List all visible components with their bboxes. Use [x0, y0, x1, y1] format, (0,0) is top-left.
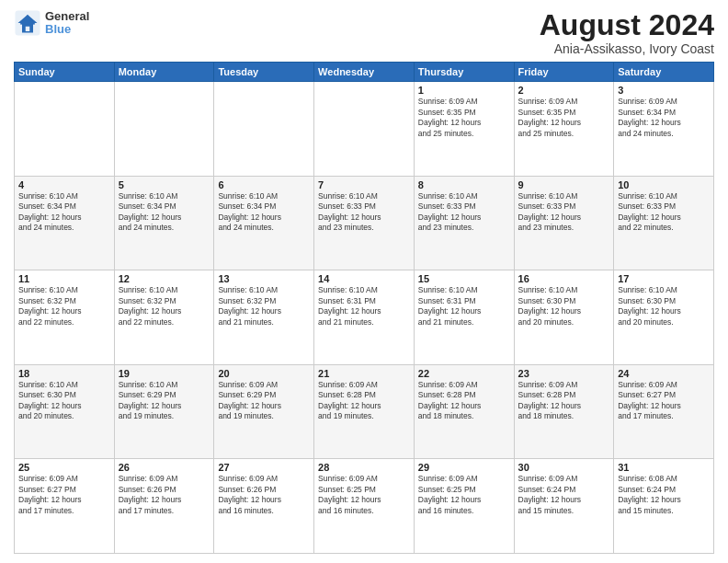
- col-wednesday: Wednesday: [314, 63, 415, 82]
- calendar-cell: 20Sunrise: 6:09 AM Sunset: 6:29 PM Dayli…: [214, 364, 314, 459]
- day-info: Sunrise: 6:09 AM Sunset: 6:27 PM Dayligh…: [18, 474, 110, 516]
- day-info: Sunrise: 6:09 AM Sunset: 6:26 PM Dayligh…: [119, 474, 210, 516]
- calendar-cell: 8Sunrise: 6:10 AM Sunset: 6:33 PM Daylig…: [414, 176, 514, 270]
- day-info: Sunrise: 6:10 AM Sunset: 6:34 PM Dayligh…: [218, 191, 310, 234]
- calendar-cell: 13Sunrise: 6:10 AM Sunset: 6:32 PM Dayli…: [214, 270, 314, 365]
- col-saturday: Saturday: [614, 63, 714, 82]
- calendar-header-row: Sunday Monday Tuesday Wednesday Thursday…: [15, 63, 714, 82]
- day-number: 5: [119, 179, 210, 190]
- calendar-cell: 22Sunrise: 6:09 AM Sunset: 6:28 PM Dayli…: [414, 364, 514, 459]
- calendar-cell: 17Sunrise: 6:10 AM Sunset: 6:30 PM Dayli…: [614, 270, 714, 365]
- calendar-cell: 18Sunrise: 6:10 AM Sunset: 6:30 PM Dayli…: [15, 364, 115, 459]
- day-number: 7: [318, 179, 410, 190]
- day-info: Sunrise: 6:09 AM Sunset: 6:24 PM Dayligh…: [518, 474, 610, 516]
- calendar-table: Sunday Monday Tuesday Wednesday Thursday…: [14, 62, 714, 554]
- day-number: 25: [18, 462, 110, 473]
- calendar-cell: 10Sunrise: 6:10 AM Sunset: 6:33 PM Dayli…: [614, 176, 714, 270]
- day-info: Sunrise: 6:10 AM Sunset: 6:30 PM Dayligh…: [618, 285, 710, 327]
- day-number: 26: [119, 462, 210, 473]
- calendar-week-1: 4Sunrise: 6:10 AM Sunset: 6:34 PM Daylig…: [15, 176, 714, 270]
- calendar-cell: 14Sunrise: 6:10 AM Sunset: 6:31 PM Dayli…: [314, 270, 415, 365]
- title-block: August 2024 Ania-Assikasso, Ivory Coast: [540, 9, 714, 56]
- logo-line2: Blue: [45, 23, 89, 36]
- day-number: 8: [418, 179, 510, 190]
- logo-icon: [14, 9, 41, 37]
- day-info: Sunrise: 6:09 AM Sunset: 6:28 PM Dayligh…: [418, 380, 510, 422]
- day-info: Sunrise: 6:10 AM Sunset: 6:34 PM Dayligh…: [18, 191, 110, 234]
- day-info: Sunrise: 6:09 AM Sunset: 6:34 PM Dayligh…: [618, 97, 710, 139]
- day-number: 1: [418, 85, 510, 96]
- calendar-cell: 26Sunrise: 6:09 AM Sunset: 6:26 PM Dayli…: [114, 459, 214, 554]
- day-number: 9: [518, 179, 610, 190]
- day-number: 11: [18, 273, 110, 284]
- calendar-cell: 11Sunrise: 6:10 AM Sunset: 6:32 PM Dayli…: [15, 270, 115, 365]
- calendar-cell: 31Sunrise: 6:08 AM Sunset: 6:24 PM Dayli…: [614, 459, 714, 554]
- day-info: Sunrise: 6:10 AM Sunset: 6:31 PM Dayligh…: [318, 285, 410, 327]
- col-friday: Friday: [514, 63, 614, 82]
- day-number: 28: [318, 462, 410, 473]
- day-info: Sunrise: 6:09 AM Sunset: 6:26 PM Dayligh…: [218, 474, 310, 516]
- calendar-cell: 7Sunrise: 6:10 AM Sunset: 6:33 PM Daylig…: [314, 176, 415, 270]
- day-info: Sunrise: 6:09 AM Sunset: 6:25 PM Dayligh…: [318, 474, 410, 516]
- header: General Blue August 2024 Ania-Assikasso,…: [14, 9, 714, 56]
- day-info: Sunrise: 6:09 AM Sunset: 6:35 PM Dayligh…: [418, 97, 510, 139]
- calendar-cell: 2Sunrise: 6:09 AM Sunset: 6:35 PM Daylig…: [514, 82, 614, 177]
- day-number: 20: [218, 368, 310, 379]
- day-number: 4: [18, 179, 110, 190]
- calendar-cell: 6Sunrise: 6:10 AM Sunset: 6:34 PM Daylig…: [214, 176, 314, 270]
- page: General Blue August 2024 Ania-Assikasso,…: [0, 0, 728, 563]
- calendar-cell: 12Sunrise: 6:10 AM Sunset: 6:32 PM Dayli…: [114, 270, 214, 365]
- calendar-cell: [15, 82, 115, 177]
- day-info: Sunrise: 6:09 AM Sunset: 6:29 PM Dayligh…: [218, 380, 310, 422]
- day-info: Sunrise: 6:10 AM Sunset: 6:32 PM Dayligh…: [218, 285, 310, 327]
- calendar-cell: 15Sunrise: 6:10 AM Sunset: 6:31 PM Dayli…: [414, 270, 514, 365]
- calendar-week-0: 1Sunrise: 6:09 AM Sunset: 6:35 PM Daylig…: [15, 82, 714, 177]
- calendar-cell: [314, 82, 415, 177]
- day-number: 30: [518, 462, 610, 473]
- day-number: 2: [518, 85, 610, 96]
- calendar-cell: 4Sunrise: 6:10 AM Sunset: 6:34 PM Daylig…: [15, 176, 115, 270]
- day-number: 31: [618, 462, 710, 473]
- day-number: 21: [318, 368, 410, 379]
- day-info: Sunrise: 6:10 AM Sunset: 6:32 PM Dayligh…: [18, 285, 110, 327]
- calendar-title: August 2024: [540, 9, 714, 41]
- calendar-week-4: 25Sunrise: 6:09 AM Sunset: 6:27 PM Dayli…: [15, 459, 714, 554]
- day-info: Sunrise: 6:10 AM Sunset: 6:30 PM Dayligh…: [18, 380, 110, 422]
- day-info: Sunrise: 6:10 AM Sunset: 6:33 PM Dayligh…: [318, 191, 410, 234]
- logo-text: General Blue: [45, 10, 89, 37]
- calendar-cell: 24Sunrise: 6:09 AM Sunset: 6:27 PM Dayli…: [614, 364, 714, 459]
- day-number: 23: [518, 368, 610, 379]
- day-info: Sunrise: 6:08 AM Sunset: 6:24 PM Dayligh…: [618, 474, 710, 516]
- calendar-cell: 25Sunrise: 6:09 AM Sunset: 6:27 PM Dayli…: [15, 459, 115, 554]
- col-sunday: Sunday: [15, 63, 115, 82]
- calendar-cell: 21Sunrise: 6:09 AM Sunset: 6:28 PM Dayli…: [314, 364, 415, 459]
- col-monday: Monday: [114, 63, 214, 82]
- col-thursday: Thursday: [414, 63, 514, 82]
- calendar-cell: 23Sunrise: 6:09 AM Sunset: 6:28 PM Dayli…: [514, 364, 614, 459]
- day-number: 22: [418, 368, 510, 379]
- calendar-week-2: 11Sunrise: 6:10 AM Sunset: 6:32 PM Dayli…: [15, 270, 714, 365]
- day-number: 17: [618, 273, 710, 284]
- calendar-cell: 1Sunrise: 6:09 AM Sunset: 6:35 PM Daylig…: [414, 82, 514, 177]
- day-info: Sunrise: 6:09 AM Sunset: 6:35 PM Dayligh…: [518, 97, 610, 139]
- day-number: 19: [119, 368, 210, 379]
- calendar-cell: 19Sunrise: 6:10 AM Sunset: 6:29 PM Dayli…: [114, 364, 214, 459]
- day-number: 13: [218, 273, 310, 284]
- day-number: 16: [518, 273, 610, 284]
- calendar-cell: 9Sunrise: 6:10 AM Sunset: 6:33 PM Daylig…: [514, 176, 614, 270]
- calendar-cell: 27Sunrise: 6:09 AM Sunset: 6:26 PM Dayli…: [214, 459, 314, 554]
- day-info: Sunrise: 6:10 AM Sunset: 6:31 PM Dayligh…: [418, 285, 510, 327]
- calendar-cell: [114, 82, 214, 177]
- day-info: Sunrise: 6:09 AM Sunset: 6:28 PM Dayligh…: [318, 380, 410, 422]
- day-info: Sunrise: 6:10 AM Sunset: 6:32 PM Dayligh…: [119, 285, 210, 327]
- day-number: 18: [18, 368, 110, 379]
- day-number: 6: [218, 179, 310, 190]
- day-number: 24: [618, 368, 710, 379]
- day-number: 12: [119, 273, 210, 284]
- day-info: Sunrise: 6:10 AM Sunset: 6:34 PM Dayligh…: [119, 191, 210, 234]
- logo: General Blue: [14, 9, 89, 37]
- col-tuesday: Tuesday: [214, 63, 314, 82]
- day-info: Sunrise: 6:10 AM Sunset: 6:33 PM Dayligh…: [618, 191, 710, 234]
- day-info: Sunrise: 6:09 AM Sunset: 6:25 PM Dayligh…: [418, 474, 510, 516]
- calendar-cell: 29Sunrise: 6:09 AM Sunset: 6:25 PM Dayli…: [414, 459, 514, 554]
